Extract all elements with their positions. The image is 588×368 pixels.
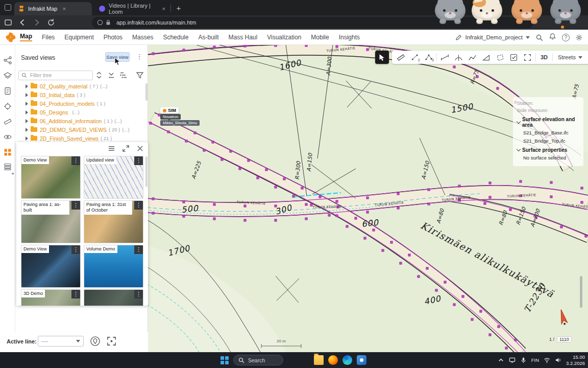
nav-schedule[interactable]: Schedule: [163, 34, 188, 41]
nav-masshaul[interactable]: Mass Haul: [228, 34, 257, 41]
card-kebab-icon[interactable]: ⋮: [134, 290, 143, 298]
saved-views-icon[interactable]: [4, 148, 12, 156]
project-selector[interactable]: Infrakit_Demo_project: [455, 34, 530, 41]
tree-item[interactable]: 03_Initial_data( 3 ): [18, 90, 145, 99]
surface-item[interactable]: S21_Bridge_Base.ifc: [523, 130, 579, 135]
caret-icon[interactable]: [26, 84, 28, 88]
workspace-icon[interactable]: [4, 18, 12, 27]
start-button[interactable]: [220, 356, 229, 364]
tree-item[interactable]: 04_Production_models( 1 ): [18, 99, 145, 108]
language-indicator[interactable]: FIN: [531, 357, 539, 363]
saved-view-card[interactable]: Demo View⋮: [21, 156, 81, 199]
card-kebab-icon[interactable]: ⋮: [71, 290, 80, 298]
tab-search-icon[interactable]: [5, 4, 11, 11]
filter-funnel-icon[interactable]: [136, 71, 144, 79]
tree-item[interactable]: 06_Additional_information( 1 )(...): [18, 117, 145, 125]
list-view-icon[interactable]: [108, 145, 115, 152]
nav-files[interactable]: Files: [42, 34, 55, 41]
nav-visualization[interactable]: Visualization: [267, 34, 301, 41]
display-icon[interactable]: [509, 357, 516, 363]
tree-item[interactable]: 05_Designs(...): [18, 108, 145, 117]
saved-view-card[interactable]: Volume Demo⋮: [84, 245, 143, 288]
nav-mobile[interactable]: Mobile: [311, 34, 329, 41]
card-kebab-icon[interactable]: ⋮: [134, 245, 143, 254]
profile-tool[interactable]: [465, 51, 479, 63]
tree-item[interactable]: 02_Quality_material( 7 )(...): [18, 82, 145, 90]
volume-icon[interactable]: [555, 357, 561, 363]
taskbar-search[interactable]: Search: [233, 355, 283, 365]
slope-tool[interactable]: [479, 51, 493, 63]
caret-icon[interactable]: [26, 119, 28, 123]
north-arrow[interactable]: [555, 308, 571, 327]
new-tab-button[interactable]: +: [174, 3, 184, 13]
map-pagination[interactable]: 1 / 1110: [549, 336, 572, 342]
nav-asbuilt[interactable]: As-built: [198, 34, 218, 41]
tree-item[interactable]: 2D_DEMO_SAVED_VIEWS( 20 )(...): [18, 125, 145, 134]
nav-masses[interactable]: Masses: [132, 34, 153, 41]
caret-icon[interactable]: [26, 93, 28, 97]
surface-item[interactable]: S21_Bridge_Top.ifc: [523, 138, 579, 144]
card-kebab-icon[interactable]: ⋮: [71, 245, 80, 254]
basemap-select[interactable]: Streets: [554, 54, 586, 60]
card-kebab-icon[interactable]: ⋮: [134, 201, 143, 210]
area-tool[interactable]: [493, 51, 507, 63]
saved-view-card[interactable]: 3D Demo⋮: [21, 289, 81, 306]
document-icon[interactable]: [4, 87, 12, 95]
extent-tool[interactable]: [521, 51, 534, 63]
tree-item[interactable]: 2D_Finish_Saved_views( 21 ): [18, 134, 145, 143]
saved-view-card[interactable]: Paving area 1: 31st of October⋮: [84, 200, 143, 243]
browser-tab-loom[interactable]: Videos | Library | Loom ×: [95, 2, 169, 15]
ruler-icon[interactable]: [4, 118, 12, 126]
validate-tool[interactable]: [507, 51, 521, 63]
measure-points-3-tool[interactable]: 3: [422, 51, 435, 63]
share-icon[interactable]: [4, 56, 12, 64]
saved-view-card[interactable]: Updated view⋮: [84, 156, 143, 199]
help-icon[interactable]: ?: [562, 34, 570, 41]
map-scrollbar[interactable]: [580, 276, 582, 308]
saved-views-kebab-icon[interactable]: ⋮: [136, 53, 143, 62]
views-scrollbar[interactable]: [145, 156, 148, 187]
eye-icon[interactable]: [4, 133, 12, 141]
measure-line-tool[interactable]: [438, 51, 452, 63]
expand-panel-icon[interactable]: [122, 145, 130, 152]
saved-view-card[interactable]: ⋮: [84, 289, 143, 306]
close-icon[interactable]: [136, 145, 144, 152]
forward-icon[interactable]: [33, 18, 41, 27]
tray-chevron-icon[interactable]: [498, 357, 504, 363]
file-explorer-icon[interactable]: [314, 355, 324, 365]
layers-icon[interactable]: [4, 72, 12, 80]
lock-icon[interactable]: [105, 19, 111, 26]
nav-photos[interactable]: Photos: [104, 34, 122, 41]
card-kebab-icon[interactable]: ⋮: [71, 156, 80, 165]
cross-section-tool[interactable]: [452, 51, 465, 63]
url-bar[interactable]: app.infrakit.com/kuura/main.htm: [92, 17, 534, 28]
card-kebab-icon[interactable]: ⋮: [71, 201, 80, 210]
machine-marker[interactable]: SIM Novatron Mikko_Siivola_Simu: [160, 107, 200, 126]
active-line-select[interactable]: ----: [38, 336, 84, 347]
stack-icon[interactable]: [4, 163, 12, 171]
surface-elevation-section[interactable]: Surface elevation and area: [517, 117, 579, 128]
nav-insights[interactable]: Insights: [339, 34, 360, 41]
locate-pin-icon[interactable]: [90, 336, 101, 347]
crosshair-icon[interactable]: [4, 102, 12, 110]
taskbar-clock[interactable]: 15.00 3.2.2026: [566, 354, 585, 366]
back-icon[interactable]: [18, 18, 27, 27]
tab-close-icon[interactable]: ×: [162, 6, 165, 12]
firefox-icon[interactable]: [328, 355, 338, 365]
edge-browser-icon[interactable]: [342, 355, 352, 365]
card-kebab-icon[interactable]: ⋮: [134, 156, 143, 165]
notifications-button[interactable]: [549, 33, 556, 42]
wifi-icon[interactable]: [544, 357, 550, 363]
nav-map[interactable]: Map: [20, 33, 32, 41]
expand-all-icon[interactable]: [95, 71, 103, 79]
browser-tab-infrakit[interactable]: Infrakit Map ×: [14, 2, 92, 15]
caret-icon[interactable]: [26, 128, 28, 132]
zoom-extent-icon[interactable]: [106, 336, 117, 347]
microphone-icon[interactable]: [520, 357, 527, 363]
saved-view-card[interactable]: Demo View⋮: [21, 245, 81, 288]
tree-list-icon[interactable]: [119, 71, 128, 79]
surface-properties-section[interactable]: Surface properties: [517, 147, 579, 153]
nav-equipment[interactable]: Equipment: [64, 34, 93, 41]
filter-tree-input[interactable]: [29, 72, 90, 79]
teams-app-icon[interactable]: [357, 355, 366, 365]
